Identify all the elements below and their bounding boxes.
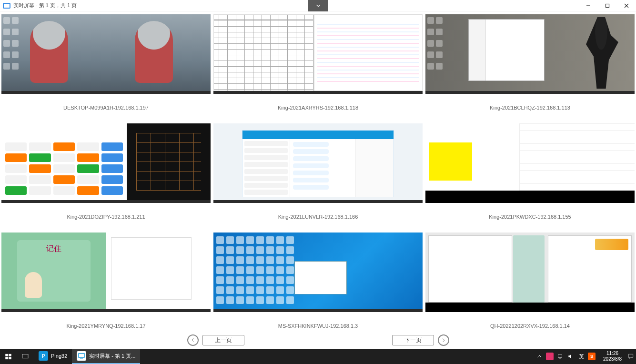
- toolbar-dropdown-button[interactable]: [308, 0, 328, 11]
- taskbar-app-ping32[interactable]: P Ping32: [34, 349, 72, 364]
- clock-time: 11:26: [603, 351, 622, 356]
- screen-thumbnail[interactable]: [425, 14, 635, 94]
- screen-thumbnail[interactable]: [1, 14, 211, 94]
- taskbar: P Ping32 实时屏幕 - 第 1 页... 英 S 11:26 2023/…: [0, 349, 636, 364]
- task-view-button[interactable]: [17, 349, 34, 364]
- svg-rect-4: [5, 354, 8, 356]
- screen-thumbnail[interactable]: [213, 123, 423, 203]
- next-page-button[interactable]: 下一页: [392, 335, 434, 345]
- screen-cell: MS-SXFHKINKFWUJ-192.168.1.3: [213, 233, 423, 337]
- prev-arrow-button[interactable]: [187, 334, 199, 346]
- minimize-button[interactable]: [579, 0, 598, 11]
- pager: 上一页 下一页: [0, 334, 636, 347]
- close-button[interactable]: [617, 0, 636, 11]
- tray-network-icon[interactable]: [556, 353, 564, 360]
- taskbar-app-label: 实时屏幕 - 第 1 页...: [89, 353, 135, 360]
- svg-rect-6: [5, 357, 8, 359]
- screen-caption: King-2021AXRYRS-192.168.1.118: [213, 94, 423, 121]
- screen-thumbnail[interactable]: 记住: [1, 233, 211, 312]
- next-arrow-button[interactable]: [438, 334, 449, 346]
- tray-up-icon[interactable]: [535, 353, 543, 360]
- screen-caption: King-2021BCLHQZ-192.168.1.113: [425, 94, 635, 121]
- window-controls: [579, 0, 636, 11]
- action-center-button[interactable]: [626, 349, 636, 364]
- ping32-icon: P: [39, 351, 48, 361]
- screen-cell: 记住King-2021YMRYNQ-192.168.1.17: [1, 233, 211, 337]
- screen-cell: King-2021PKWDXC-192.168.1.155: [425, 123, 635, 231]
- screen-cell: King-2021BCLHQZ-192.168.1.113: [425, 14, 635, 121]
- task-view-icon: [21, 353, 29, 360]
- svg-rect-10: [79, 354, 84, 357]
- svg-rect-12: [558, 355, 562, 358]
- screen-thumbnail[interactable]: [425, 233, 635, 312]
- tray-ime-icon[interactable]: 英: [577, 353, 585, 360]
- screen-grid: DESKTOP-M099A1H-192.168.1.197King-2021AX…: [1, 13, 635, 337]
- chevron-down-icon: [315, 2, 322, 9]
- screen-thumbnail[interactable]: [213, 233, 423, 312]
- system-tray: 英 S: [532, 353, 599, 360]
- screen-cell: DESKTOP-M099A1H-192.168.1.197: [1, 14, 211, 121]
- tray-app-icon[interactable]: [546, 353, 554, 360]
- screen-cell: King-2021AXRYRS-192.168.1.118: [213, 14, 423, 121]
- screen-cell: King-2021DOZIPY-192.168.1.211: [1, 123, 211, 231]
- taskbar-app-realtime-screen[interactable]: 实时屏幕 - 第 1 页...: [72, 349, 140, 364]
- taskbar-clock[interactable]: 11:26 2023/8/8: [599, 351, 626, 362]
- screen-thumbnail[interactable]: [1, 123, 211, 203]
- window-title: 实时屏幕 - 第 1 页，共 1 页: [13, 2, 77, 9]
- screen-caption: King-2021LUNVLR-192.168.1.166: [213, 203, 423, 231]
- monitor-icon: [77, 351, 86, 361]
- start-button[interactable]: [0, 349, 17, 364]
- windows-icon: [5, 353, 12, 360]
- notification-icon: [627, 353, 634, 360]
- screen-cell: QH-20221202RXVX-192.168.1.14: [425, 233, 635, 337]
- screen-caption: DESKTOP-M099A1H-192.168.1.197: [1, 94, 211, 121]
- svg-rect-8: [22, 354, 28, 358]
- screen-thumbnail[interactable]: [425, 123, 635, 203]
- clock-date: 2023/8/8: [603, 356, 622, 362]
- app-icon: [3, 3, 10, 9]
- tray-volume-icon[interactable]: [567, 353, 575, 360]
- svg-rect-1: [606, 4, 609, 8]
- svg-rect-7: [9, 357, 11, 359]
- tray-sogou-icon[interactable]: S: [588, 353, 596, 360]
- maximize-button[interactable]: [598, 0, 617, 11]
- screen-thumbnail[interactable]: [213, 14, 423, 94]
- titlebar: 实时屏幕 - 第 1 页，共 1 页: [0, 0, 636, 11]
- prev-page-button[interactable]: 上一页: [202, 335, 244, 345]
- taskbar-app-label: Ping32: [51, 353, 67, 359]
- svg-rect-5: [9, 354, 11, 356]
- screen-caption: King-2021DOZIPY-192.168.1.211: [1, 203, 211, 231]
- screen-caption: King-2021PKWDXC-192.168.1.155: [425, 203, 635, 231]
- screen-cell: King-2021LUNVLR-192.168.1.166: [213, 123, 423, 231]
